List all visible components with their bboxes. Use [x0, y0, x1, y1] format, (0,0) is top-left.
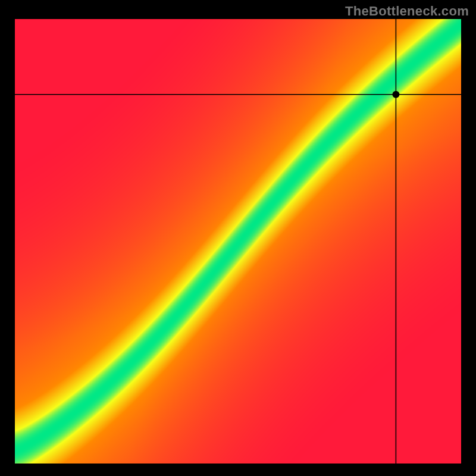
heatmap-canvas — [0, 0, 476, 476]
watermark-text: TheBottleneck.com — [345, 4, 469, 19]
chart-container: TheBottleneck.com — [0, 0, 476, 476]
